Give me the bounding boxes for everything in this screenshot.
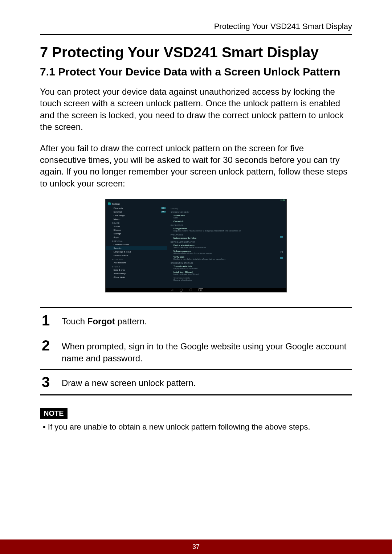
settings-screenshot: 13:01 Settings BluetoothON EthernetON Da… — [105, 199, 287, 292]
step-3: 3 Draw a new screen unlock pattern. — [40, 370, 352, 394]
sidebar-item-accessibility[interactable]: Accessibility — [106, 272, 167, 275]
section-device-admin: DEVICE ADMINISTRATION — [169, 240, 284, 243]
step-number: 2 — [42, 338, 53, 353]
row-trusted-credentials[interactable]: Trusted credentialsDisplay trusted CA ce… — [169, 264, 284, 270]
sidebar-category-device: DEVICE — [106, 221, 167, 225]
step-2: 2 When prompted, sign in to the Google w… — [40, 333, 352, 370]
running-header: Protecting Your VSD241 Smart Display — [40, 22, 352, 31]
nav-screenshot-icon[interactable]: ▣ — [199, 288, 203, 291]
section-passwords: PASSWORDS — [169, 233, 284, 236]
page-number: 37 — [192, 543, 200, 551]
sidebar-item-data-usage[interactable]: Data usage — [106, 214, 167, 217]
step-number: 3 — [42, 375, 53, 389]
step-text: When prompted, sign in to the Google web… — [62, 338, 350, 364]
sidebar-item-date-time[interactable]: Date & time — [106, 268, 167, 272]
steps-list: 1 Touch Forgot pattern. 2 When prompted,… — [40, 307, 352, 395]
sidebar-item-location[interactable]: Location access — [106, 243, 167, 246]
sidebar-item-bluetooth[interactable]: BluetoothON — [106, 206, 167, 210]
sidebar-item-backup[interactable]: Backup & reset — [106, 254, 167, 257]
sidebar-item-more[interactable]: More... — [106, 217, 167, 221]
toggle-on-badge[interactable]: ON — [161, 211, 166, 213]
status-bar-clock: 13:01 — [280, 199, 285, 201]
sidebar-item-display[interactable]: Display — [106, 228, 167, 232]
checkbox-icon[interactable] — [281, 251, 283, 253]
step-text: Touch Forgot pattern. — [62, 313, 147, 327]
paragraph-1: You can protect your device data against… — [40, 86, 352, 133]
sidebar-item-apps[interactable]: Apps — [106, 235, 167, 239]
sidebar-category-personal: PERSONAL — [106, 239, 167, 243]
row-unknown-sources[interactable]: Unknown sourcesAllow installation of app… — [169, 249, 284, 255]
sidebar-item-about[interactable]: About tablet — [106, 275, 167, 279]
page-footer: 37 — [0, 539, 392, 554]
sidebar-item-security[interactable]: Security — [106, 246, 167, 250]
sidebar-item-language[interactable]: Language & input — [106, 250, 167, 254]
row-make-passwords-visible[interactable]: Make passwords visible — [169, 236, 284, 240]
settings-app-icon — [108, 202, 111, 205]
row-device-administrators[interactable]: Device administratorsView or deactivate … — [169, 243, 284, 249]
chapter-title: 7 Protecting Your VSD241 Smart Display — [40, 44, 352, 61]
note-text: If you are unable to obtain a new unlock… — [40, 422, 352, 432]
row-verify-apps[interactable]: Verify appsDisallow or warn before insta… — [169, 255, 284, 261]
settings-sidebar: BluetoothON EthernetON Data usage More..… — [106, 206, 167, 279]
row-screen-lock[interactable]: Screen lockNone — [169, 214, 284, 219]
section-credential-storage: CREDENTIAL STORAGE — [169, 261, 284, 264]
section-screen-security: SCREEN SECURITY — [169, 210, 284, 214]
sidebar-item-add-account[interactable]: Add account — [106, 261, 167, 264]
sidebar-item-ethernet[interactable]: EthernetON — [106, 210, 167, 214]
settings-panel: Security SCREEN SECURITY Screen lockNone… — [169, 206, 286, 282]
panel-title: Security — [169, 206, 284, 210]
step-1: 1 Touch Forgot pattern. — [40, 308, 352, 333]
toggle-on-badge[interactable]: ON — [161, 207, 166, 209]
paragraph-2: After you fail to draw the correct unloc… — [40, 143, 352, 190]
row-clear-credentials: Clear credentialsRemove all certificates — [169, 276, 284, 282]
nav-home-icon[interactable]: ◯ — [180, 288, 183, 292]
toggle-icon[interactable] — [280, 257, 283, 259]
row-encrypt-tablet[interactable]: Encrypt tabletRequire a numeric PIN or p… — [169, 227, 284, 233]
android-navbar: ◅ ◯ ❐ ▣ — [106, 288, 286, 292]
row-install-from-sd[interactable]: Install from SD cardInstall certificates… — [169, 270, 284, 276]
header-rule — [40, 34, 352, 35]
nav-back-icon[interactable]: ◅ — [171, 288, 173, 292]
sidebar-category-system: SYSTEM — [106, 264, 167, 268]
nav-recent-icon[interactable]: ❐ — [189, 288, 192, 292]
step-number: 1 — [42, 313, 53, 328]
section-encryption: ENCRYPTION — [169, 223, 284, 227]
section-title: 7.1 Protect Your Device Data with a Scre… — [40, 66, 352, 78]
sidebar-item-storage[interactable]: Storage — [106, 232, 167, 235]
settings-app-label: Settings — [112, 203, 120, 205]
step-text: Draw a new screen unlock pattern. — [62, 375, 196, 389]
settings-app-title: Settings — [108, 202, 120, 205]
sidebar-category-accounts: ACCOUNTS — [106, 257, 167, 261]
sidebar-item-sound[interactable]: Sound — [106, 225, 167, 228]
note-label: NOTE — [40, 408, 68, 419]
toggle-icon[interactable] — [280, 236, 283, 238]
row-owner-info[interactable]: Owner info — [169, 219, 284, 223]
